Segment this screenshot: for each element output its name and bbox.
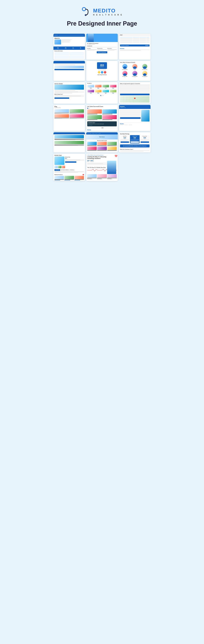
product-item[interactable]: Product 6 $19.99 [95, 90, 102, 94]
plan-btn[interactable] [120, 142, 129, 143]
price-col-basic[interactable]: Basic Plan $29 /month [120, 135, 129, 144]
pd-name: Dentist Chair [65, 156, 84, 158]
product-item[interactable]: Product 2 $24.99 [95, 84, 102, 89]
af-date-field[interactable] [120, 90, 150, 91]
add-to-cart-btn[interactable] [65, 161, 76, 163]
af-service-field[interactable] [120, 92, 150, 93]
cc-doctor-image [107, 161, 116, 174]
about-image [54, 40, 61, 44]
surgery-item[interactable]: Heart Surgery [87, 174, 97, 180]
cases-dot[interactable] [87, 108, 88, 109]
reg-password-field[interactable] [120, 114, 141, 115]
appointment-form-card[interactable]: Make an appointment apply for treatments [119, 82, 151, 104]
product-item[interactable]: Product 1 $12.99 [87, 84, 94, 89]
test-dot[interactable] [103, 128, 103, 128]
case-item[interactable] [102, 110, 117, 115]
blog-item[interactable] [54, 114, 69, 119]
pd-thumb-3[interactable] [62, 166, 65, 168]
about-us-card[interactable]: About Us 100+ Doctors 50K Patients 20+ A… [53, 34, 85, 60]
doctor-profile-card[interactable]: Dr. Pauline W. Hamilton Senior Medical S… [86, 34, 118, 60]
product-item[interactable]: Product 5 $15.99 [87, 90, 94, 94]
price-col-premium[interactable]: Premium Plan $99 /month [140, 135, 150, 144]
case-item[interactable] [102, 115, 117, 120]
sp-item[interactable] [107, 146, 117, 151]
sp-nav-services[interactable]: Services [92, 133, 95, 134]
blog-card[interactable]: Blog Our Recent Post [53, 105, 85, 131]
pd-description [65, 160, 84, 161]
blog-item[interactable] [70, 114, 84, 119]
sp-nav-about[interactable]: About [90, 133, 92, 134]
sp-item[interactable] [87, 146, 97, 151]
product-item[interactable]: Product 8 $29.99 [110, 90, 117, 94]
blog-item[interactable] [54, 109, 69, 114]
sp-item[interactable] [97, 146, 107, 151]
af-submit-btn[interactable] [120, 94, 150, 95]
sp-item[interactable] [97, 142, 107, 146]
specialties-section: Specialties [87, 48, 97, 51]
cardiology-card[interactable]: Leading the Way in Lifesaving Cardiology… [86, 154, 118, 181]
surgery-item[interactable]: Heart Surgery [97, 174, 107, 180]
cases-card[interactable]: Our Latest Successful Cases [86, 105, 118, 131]
af-phone-field[interactable] [120, 88, 150, 90]
cart-row [120, 42, 150, 43]
sp-item[interactable] [107, 142, 117, 146]
plan-btn[interactable] [141, 142, 149, 143]
page-dot[interactable] [102, 95, 102, 96]
tab-description[interactable]: DESCRIPTION [54, 169, 60, 171]
cart-row [120, 40, 150, 41]
tab-reviews[interactable]: REVIEWS (0) [69, 169, 75, 171]
cart-checkout-btn[interactable]: Proceed to Checkout [121, 45, 129, 46]
pd-thumb-1[interactable] [54, 166, 58, 168]
case-item[interactable] [87, 110, 102, 115]
pd-thumb-2[interactable] [58, 166, 61, 168]
af-email-field[interactable] [120, 86, 150, 88]
blog-related-card[interactable] [53, 132, 85, 152]
case-item[interactable] [87, 115, 102, 120]
appointment-button[interactable]: Make An Appointment [97, 51, 107, 53]
tab-additional-info[interactable]: ADDITIONAL INFORMATION [60, 169, 69, 171]
product-image [110, 90, 116, 92]
related-item[interactable] [75, 176, 84, 180]
product-price-4: $15.99 [88, 93, 94, 94]
product-item[interactable]: Product 3 $8.99 [102, 84, 109, 89]
doctors-team-card[interactable]: How I Work To Improve Hospital Dr. Pauli… [119, 61, 151, 81]
af-name-field[interactable] [120, 84, 150, 86]
product-item[interactable]: Product 4 $34.99 [110, 84, 117, 89]
sp-nav-doctors[interactable]: Doctors [95, 133, 98, 134]
products-card[interactable]: Products Product 1 $12.99 Product 2 $24.… [86, 82, 118, 104]
error-circle-yellow [98, 71, 100, 74]
doctor-role-5: Orthopedist [140, 77, 150, 77]
plan-btn-featured[interactable] [130, 142, 139, 143]
doctor-image [88, 34, 94, 42]
sp-nav-home[interactable]: Home [87, 133, 89, 134]
sp-item-image [97, 146, 107, 150]
sp-item[interactable] [87, 142, 97, 146]
sp-nav-contact[interactable]: Contact [98, 133, 101, 134]
related-item[interactable] [64, 176, 74, 180]
pd-thumbnails [53, 165, 85, 169]
register-card[interactable]: Register Create your account Medita [119, 105, 151, 131]
cart-col-price [133, 37, 139, 38]
pd-related-title: Related Products [54, 174, 84, 175]
error-404-card[interactable]: 404 ERROR This Page Is Not Available Oop… [86, 61, 118, 81]
services-page-card[interactable]: Home About Services Doctors Contact Serv… [86, 132, 118, 152]
reg-submit-btn[interactable] [120, 117, 141, 119]
price-col-advance[interactable]: Advance Plan $59 /month [130, 135, 139, 144]
related-item[interactable] [54, 176, 64, 180]
reg-name-field[interactable] [120, 110, 141, 111]
page-dot[interactable] [103, 95, 104, 96]
reg-email-field[interactable] [120, 112, 141, 113]
service-details-card[interactable]: Service Details What is Dental Care? [53, 82, 85, 104]
test-dot[interactable] [102, 128, 102, 128]
sd-button[interactable] [54, 98, 69, 99]
product-detail-card[interactable]: Dentist Chair Dentist Chair $3+ DESCRIPT… [53, 154, 85, 181]
blog-item[interactable] [70, 109, 84, 114]
page-dot-active[interactable] [100, 95, 101, 96]
reg-confirm-field[interactable] [120, 116, 141, 117]
cart-card[interactable]: Cart [119, 34, 151, 60]
related-name [54, 180, 64, 180]
test-dot-active[interactable] [101, 128, 101, 128]
product-item[interactable]: Product 7 $9.99 [102, 90, 109, 94]
cases-dot[interactable] [89, 108, 90, 109]
pricing-card[interactable]: Our Best Pricing Basic Plan $29 /month A… [119, 132, 151, 152]
